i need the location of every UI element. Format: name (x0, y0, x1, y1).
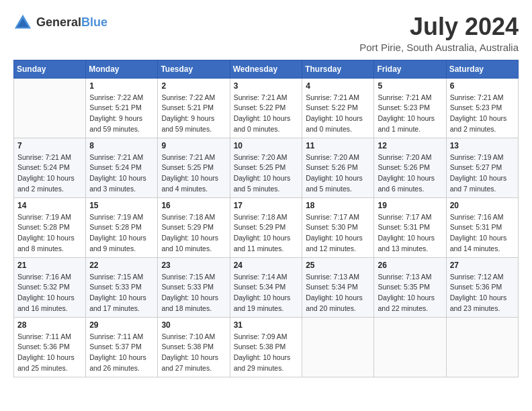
day-info: Sunrise: 7:15 AMSunset: 5:33 PMDaylight:… (161, 272, 226, 314)
day-info: Sunrise: 7:19 AMSunset: 5:28 PMDaylight:… (17, 212, 82, 255)
day-info: Sunrise: 7:22 AMSunset: 5:21 PMDaylight:… (161, 93, 226, 135)
day-number: 26 (378, 261, 442, 270)
table-row: 31 Sunrise: 7:09 AMSunset: 5:38 PMDaylig… (230, 317, 302, 377)
calendar-week-row: 14 Sunrise: 7:19 AMSunset: 5:28 PMDaylig… (14, 197, 519, 257)
header-friday: Friday (374, 60, 446, 78)
day-info: Sunrise: 7:20 AMSunset: 5:26 PMDaylight:… (378, 152, 442, 195)
table-row: 17 Sunrise: 7:18 AMSunset: 5:29 PMDaylig… (230, 197, 302, 257)
table-row: 24 Sunrise: 7:14 AMSunset: 5:34 PMDaylig… (230, 257, 302, 317)
day-number: 18 (306, 201, 370, 210)
calendar-week-row: 1 Sunrise: 7:22 AMSunset: 5:21 PMDayligh… (14, 78, 519, 138)
day-number: 13 (450, 141, 515, 150)
table-row (14, 78, 86, 138)
table-row: 26 Sunrise: 7:13 AMSunset: 5:35 PMDaylig… (374, 257, 446, 317)
day-number: 8 (89, 141, 154, 150)
day-info: Sunrise: 7:18 AMSunset: 5:29 PMDaylight:… (161, 212, 226, 255)
day-number: 14 (17, 201, 82, 210)
logo: GeneralBlue (13, 13, 107, 32)
day-number: 21 (17, 261, 82, 270)
table-row: 18 Sunrise: 7:17 AMSunset: 5:30 PMDaylig… (302, 197, 374, 257)
table-row: 11 Sunrise: 7:20 AMSunset: 5:26 PMDaylig… (302, 138, 374, 197)
table-row: 7 Sunrise: 7:21 AMSunset: 5:24 PMDayligh… (14, 138, 86, 197)
day-number: 9 (161, 141, 226, 150)
day-info: Sunrise: 7:20 AMSunset: 5:25 PMDaylight:… (234, 152, 299, 195)
table-row: 2 Sunrise: 7:22 AMSunset: 5:21 PMDayligh… (158, 78, 230, 138)
day-info: Sunrise: 7:21 AMSunset: 5:22 PMDaylight:… (234, 93, 299, 135)
table-row: 13 Sunrise: 7:19 AMSunset: 5:27 PMDaylig… (446, 138, 518, 197)
table-row: 22 Sunrise: 7:15 AMSunset: 5:33 PMDaylig… (86, 257, 158, 317)
day-number: 28 (17, 320, 82, 330)
day-info: Sunrise: 7:20 AMSunset: 5:26 PMDaylight:… (306, 152, 370, 195)
day-number: 15 (89, 201, 154, 210)
day-number: 3 (234, 81, 299, 91)
day-info: Sunrise: 7:11 AMSunset: 5:37 PMDaylight:… (89, 332, 154, 374)
day-number: 23 (161, 261, 226, 270)
day-info: Sunrise: 7:21 AMSunset: 5:24 PMDaylight:… (89, 152, 154, 195)
table-row: 8 Sunrise: 7:21 AMSunset: 5:24 PMDayligh… (86, 138, 158, 197)
table-row: 10 Sunrise: 7:20 AMSunset: 5:25 PMDaylig… (230, 138, 302, 197)
day-info: Sunrise: 7:12 AMSunset: 5:36 PMDaylight:… (450, 272, 515, 314)
day-info: Sunrise: 7:16 AMSunset: 5:32 PMDaylight:… (17, 272, 82, 314)
header-thursday: Thursday (302, 60, 374, 78)
day-info: Sunrise: 7:09 AMSunset: 5:38 PMDaylight:… (234, 332, 299, 374)
table-row: 30 Sunrise: 7:10 AMSunset: 5:38 PMDaylig… (158, 317, 230, 377)
calendar-week-row: 28 Sunrise: 7:11 AMSunset: 5:36 PMDaylig… (14, 317, 519, 377)
day-info: Sunrise: 7:21 AMSunset: 5:24 PMDaylight:… (17, 152, 82, 195)
day-number: 30 (161, 320, 226, 330)
header-tuesday: Tuesday (158, 60, 230, 78)
table-row: 3 Sunrise: 7:21 AMSunset: 5:22 PMDayligh… (230, 78, 302, 138)
table-row: 25 Sunrise: 7:13 AMSunset: 5:34 PMDaylig… (302, 257, 374, 317)
day-number: 4 (306, 81, 370, 91)
day-number: 27 (450, 261, 515, 270)
day-number: 2 (161, 81, 226, 91)
day-info: Sunrise: 7:21 AMSunset: 5:22 PMDaylight:… (306, 93, 370, 135)
table-row: 23 Sunrise: 7:15 AMSunset: 5:33 PMDaylig… (158, 257, 230, 317)
day-number: 10 (234, 141, 299, 150)
header-monday: Monday (86, 60, 158, 78)
day-number: 22 (89, 261, 154, 270)
day-info: Sunrise: 7:16 AMSunset: 5:31 PMDaylight:… (450, 212, 515, 255)
day-info: Sunrise: 7:21 AMSunset: 5:23 PMDaylight:… (450, 93, 515, 135)
logo-general: GeneralBlue (36, 16, 107, 30)
title-block: July 2024 Port Pirie, South Australia, A… (359, 13, 519, 53)
table-row: 15 Sunrise: 7:19 AMSunset: 5:28 PMDaylig… (86, 197, 158, 257)
day-number: 20 (450, 201, 515, 210)
day-info: Sunrise: 7:22 AMSunset: 5:21 PMDaylight:… (89, 93, 154, 135)
table-row: 6 Sunrise: 7:21 AMSunset: 5:23 PMDayligh… (446, 78, 518, 138)
day-number: 6 (450, 81, 515, 91)
table-row (374, 317, 446, 377)
page-header: GeneralBlue July 2024 Port Pirie, South … (13, 13, 519, 53)
day-info: Sunrise: 7:21 AMSunset: 5:25 PMDaylight:… (161, 152, 226, 195)
day-info: Sunrise: 7:17 AMSunset: 5:30 PMDaylight:… (306, 212, 370, 255)
table-row: 9 Sunrise: 7:21 AMSunset: 5:25 PMDayligh… (158, 138, 230, 197)
day-number: 11 (306, 141, 370, 150)
day-number: 12 (378, 141, 442, 150)
day-info: Sunrise: 7:21 AMSunset: 5:23 PMDaylight:… (378, 93, 442, 135)
day-number: 16 (161, 201, 226, 210)
day-number: 17 (234, 201, 299, 210)
logo-icon (13, 13, 32, 32)
day-number: 19 (378, 201, 442, 210)
day-number: 25 (306, 261, 370, 270)
table-row: 20 Sunrise: 7:16 AMSunset: 5:31 PMDaylig… (446, 197, 518, 257)
day-info: Sunrise: 7:13 AMSunset: 5:35 PMDaylight:… (378, 272, 442, 314)
header-wednesday: Wednesday (230, 60, 302, 78)
day-info: Sunrise: 7:14 AMSunset: 5:34 PMDaylight:… (234, 272, 299, 314)
day-info: Sunrise: 7:11 AMSunset: 5:36 PMDaylight:… (17, 332, 82, 374)
day-info: Sunrise: 7:17 AMSunset: 5:31 PMDaylight:… (378, 212, 442, 255)
table-row (302, 317, 374, 377)
table-row: 14 Sunrise: 7:19 AMSunset: 5:28 PMDaylig… (14, 197, 86, 257)
table-row: 5 Sunrise: 7:21 AMSunset: 5:23 PMDayligh… (374, 78, 446, 138)
table-row: 19 Sunrise: 7:17 AMSunset: 5:31 PMDaylig… (374, 197, 446, 257)
header-sunday: Sunday (14, 60, 86, 78)
day-number: 29 (89, 320, 154, 330)
table-row: 28 Sunrise: 7:11 AMSunset: 5:36 PMDaylig… (14, 317, 86, 377)
day-info: Sunrise: 7:13 AMSunset: 5:34 PMDaylight:… (306, 272, 370, 314)
day-number: 7 (17, 141, 82, 150)
table-row (446, 317, 518, 377)
day-info: Sunrise: 7:15 AMSunset: 5:33 PMDaylight:… (89, 272, 154, 314)
table-row: 16 Sunrise: 7:18 AMSunset: 5:29 PMDaylig… (158, 197, 230, 257)
day-info: Sunrise: 7:19 AMSunset: 5:28 PMDaylight:… (89, 212, 154, 255)
day-info: Sunrise: 7:10 AMSunset: 5:38 PMDaylight:… (161, 332, 226, 374)
table-row: 27 Sunrise: 7:12 AMSunset: 5:36 PMDaylig… (446, 257, 518, 317)
